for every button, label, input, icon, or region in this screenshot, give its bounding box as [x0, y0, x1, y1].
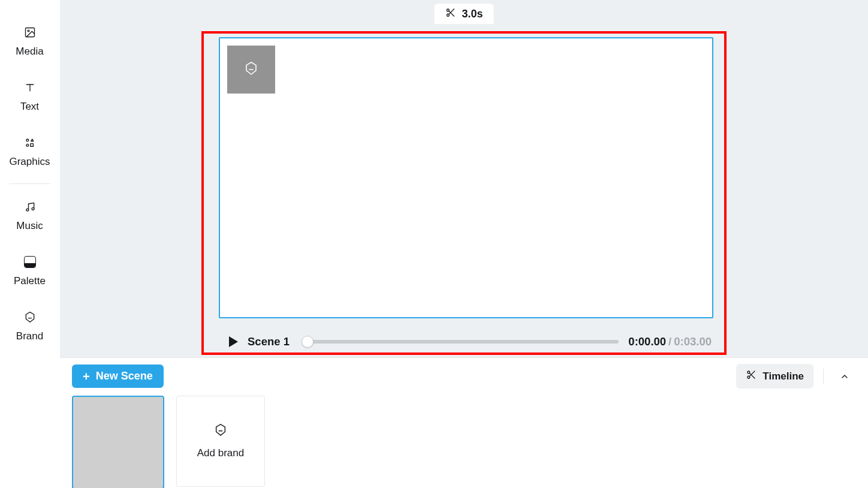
- sidebar-item-label: Media: [16, 46, 43, 58]
- playbar: Scene 1 0:00.00/0:03.00: [229, 333, 712, 351]
- svg-point-5: [26, 209, 28, 211]
- main-area: 3.0s Scene 1 0:00.00/0:03.00: [60, 0, 868, 488]
- music-icon: [24, 201, 36, 213]
- sidebar-item-label: Brand: [16, 330, 43, 342]
- scissors-icon: [746, 369, 757, 383]
- chevron-up-icon: [840, 372, 849, 381]
- svg-point-2: [26, 139, 29, 141]
- scrub-thumb[interactable]: [302, 336, 314, 348]
- timeline-button[interactable]: Timeline: [736, 364, 813, 388]
- time-display: 0:00.00/0:03.00: [628, 335, 712, 348]
- sidebar-item-label: Music: [16, 220, 43, 232]
- sidebar-item-label: Graphics: [9, 156, 50, 168]
- text-icon: [24, 82, 36, 94]
- trim-duration: 3.0s: [462, 8, 483, 20]
- svg-point-6: [32, 207, 34, 210]
- sidebar-item-label: Text: [20, 101, 39, 113]
- canvas-logo-placeholder[interactable]: [227, 46, 275, 94]
- scrub-track[interactable]: [303, 340, 619, 344]
- total-time: 0:03.00: [674, 335, 712, 348]
- play-button[interactable]: [229, 336, 238, 347]
- sidebar-item-music[interactable]: Music: [0, 189, 59, 244]
- timeline-label: Timeline: [762, 370, 804, 382]
- svg-point-3: [26, 144, 29, 146]
- bottom-panel: + New Scene Timeline: [60, 357, 868, 488]
- sidebar: Media Text Graphics Music Palette: [0, 0, 60, 488]
- new-scene-label: New Scene: [96, 370, 153, 382]
- add-brand-card[interactable]: Add brand: [176, 396, 265, 487]
- canvas[interactable]: [219, 37, 713, 318]
- vertical-separator: [823, 369, 824, 384]
- scissors-icon: [445, 7, 456, 20]
- add-brand-label: Add brand: [197, 447, 244, 459]
- sidebar-separator: [9, 183, 51, 184]
- sidebar-item-brand[interactable]: Brand: [0, 299, 59, 354]
- image-icon: [24, 26, 36, 38]
- sidebar-item-graphics[interactable]: Graphics: [0, 125, 59, 180]
- palette-icon: [24, 256, 36, 268]
- brand-icon: [24, 311, 36, 323]
- graphics-icon: [24, 137, 36, 149]
- sidebar-item-text[interactable]: Text: [0, 70, 59, 125]
- new-scene-button[interactable]: + New Scene: [72, 365, 164, 388]
- stage-area: 3.0s Scene 1 0:00.00/0:03.00: [60, 0, 868, 357]
- sidebar-item-palette[interactable]: Palette: [0, 244, 59, 299]
- hexagon-icon: [244, 61, 258, 78]
- hexagon-icon: [214, 423, 227, 439]
- sidebar-item-media[interactable]: Media: [0, 14, 59, 70]
- scene-thumbnail-1[interactable]: [72, 396, 164, 488]
- scene-label: Scene 1: [248, 335, 290, 348]
- svg-point-1: [28, 30, 29, 32]
- sidebar-item-label: Palette: [14, 275, 46, 287]
- time-separator: /: [666, 335, 674, 348]
- trim-button[interactable]: 3.0s: [434, 4, 493, 24]
- current-time: 0:00.00: [628, 335, 666, 348]
- collapse-button[interactable]: [833, 365, 856, 388]
- svg-rect-4: [30, 144, 33, 147]
- plus-icon: +: [83, 370, 90, 382]
